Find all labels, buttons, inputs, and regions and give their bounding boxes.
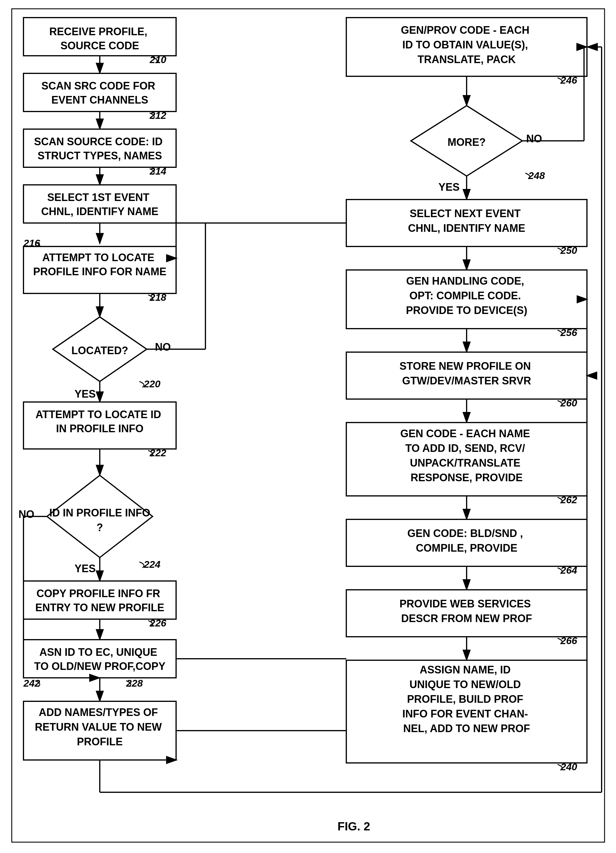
label-264: 264 — [560, 565, 577, 576]
label-240: 240 — [560, 761, 577, 772]
label-220: 220 — [144, 378, 161, 389]
label-246: 246 — [560, 74, 578, 86]
label-250: 250 — [560, 245, 577, 256]
no-located-label: NO — [155, 341, 171, 353]
label-210: 210 — [149, 54, 166, 65]
gen-handling-text: GEN HANDLING CODE, OPT: COMPILE CODE. PR… — [406, 275, 527, 316]
located-text: LOCATED? — [71, 345, 128, 357]
no-more-label: NO — [526, 133, 542, 145]
label-260: 260 — [560, 397, 577, 408]
label-262: 262 — [560, 494, 577, 505]
no-id-label: NO — [18, 508, 34, 520]
label-242: 242 — [23, 677, 40, 689]
label-212: 212 — [149, 110, 166, 121]
id-in-profile-text2: ? — [97, 521, 103, 533]
fig-label: FIG. 2 — [337, 820, 370, 833]
yes-more-label: YES — [438, 181, 460, 193]
yes-id-label: YES — [74, 563, 96, 575]
flowchart-diagram: RECEIVE PROFILE, SOURCE CODE 210 SCAN SR… — [0, 0, 616, 853]
label-248: 248 — [528, 170, 545, 181]
more-text: MORE? — [448, 136, 486, 148]
id-in-profile-text1: ID IN PROFILE INFO — [49, 507, 150, 519]
yes-located-label: YES — [74, 388, 96, 400]
label-214: 214 — [149, 165, 166, 177]
label-224: 224 — [144, 559, 161, 570]
gen-prov-text: GEN/PROV CODE - EACH ID TO OBTAIN VALUE(… — [401, 24, 533, 65]
label-228: 228 — [126, 677, 143, 689]
assign-name-text: ASSIGN NAME, ID UNIQUE TO NEW/OLD PROFIL… — [402, 664, 531, 735]
label-266: 266 — [560, 635, 578, 646]
label-256: 256 — [560, 327, 578, 338]
